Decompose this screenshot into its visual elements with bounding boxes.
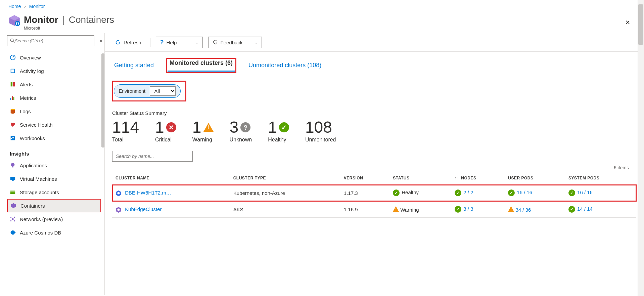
cluster-name-link[interactable]: DBE-HW6H1T2.m… [125,190,171,196]
svg-point-29 [14,217,15,218]
logs-icon [10,108,16,114]
help-label: Help [167,40,177,45]
workbook-icon [10,135,16,141]
col-status[interactable]: STATUS [389,172,451,185]
svg-rect-12 [11,82,12,87]
col-nodes[interactable]: ↑↓NODES [451,172,505,185]
refresh-label: Refresh [124,40,141,45]
sidebar-item-workbooks[interactable]: Workbooks [7,131,101,145]
sidebar-item-applications[interactable]: Applications [7,159,101,172]
metric-unmonitored[interactable]: 108 Unmonitored [305,119,336,143]
tab-getting-started[interactable]: Getting started [112,62,156,73]
cell-system-pods[interactable]: ✓14 / 14 [565,201,636,218]
cell-system-pods[interactable]: ✓16 / 16 [565,185,636,201]
close-icon[interactable]: ✕ [625,19,630,26]
sidebar-item-metrics[interactable]: Metrics [7,91,101,104]
cell-nodes[interactable]: ✓3 / 3 [451,201,505,218]
sidebar-group-insights: Insights [7,145,101,159]
metric-healthy[interactable]: 1✓ Healthy [268,119,289,143]
svg-rect-11 [11,70,14,73]
page-subtitle: Containers [69,14,114,25]
chevron-down-icon: ⌄ [255,40,258,45]
sidebar-item-cosmos-db[interactable]: Azure Cosmos DB [7,226,101,239]
sidebar-item-label: Storage accounts [20,189,59,195]
page-title: Monitor [24,14,58,25]
cell-nodes[interactable]: ✓2 / 2 [451,185,505,201]
help-dropdown[interactable]: ? Help ⌄ [156,37,203,48]
alerts-icon [10,81,16,87]
sidebar: « Overview Activity log Alerts Metrics L… [0,33,104,295]
sidebar-item-virtual-machines[interactable]: Virtual Machines [7,172,101,185]
cell-user-pods[interactable]: 34 / 36 [505,201,565,218]
title-separator: | [62,14,65,25]
sidebar-item-label: Containers [20,203,45,209]
metric-unmonitored-value: 108 [305,119,336,135]
svg-point-37 [117,208,120,211]
sidebar-item-containers[interactable]: Containers [7,199,101,212]
environment-select[interactable]: All [150,86,176,96]
sidebar-item-storage-accounts[interactable]: Storage accounts [7,185,101,199]
collapse-sidebar-icon[interactable]: « [100,38,102,43]
healthy-icon: ✓ [508,189,515,196]
sidebar-item-label: Applications [20,163,47,168]
sidebar-scrollbar[interactable] [101,50,104,295]
tab-unmonitored-clusters[interactable]: Unmonitored clusters (108) [246,62,323,73]
summary-title: Cluster Status Summary [105,101,644,117]
metric-unknown-label: Unknown [230,137,252,143]
heart-icon [10,122,16,128]
refresh-button[interactable]: Refresh [111,37,145,48]
sidebar-item-activity-log[interactable]: Activity log [7,64,101,78]
breadcrumb: Home › Monitor [0,0,644,12]
metric-critical-label: Critical [155,137,176,143]
healthy-icon: ✓ [568,206,575,213]
sort-ascending-icon: ↑↓ [455,176,459,180]
cell-user-pods[interactable]: ✓16 / 16 [505,185,565,201]
cluster-search-input[interactable] [112,151,193,162]
main-content: Refresh ? Help ⌄ Feedback ⌄ [104,33,644,295]
sidebar-item-alerts[interactable]: Alerts [7,78,101,91]
metric-unknown[interactable]: 3? Unknown [230,119,252,143]
col-version[interactable]: VERSION [340,172,389,185]
warning-icon [393,206,399,212]
table-row[interactable]: DBE-HW6H1T2.m… Kubernetes, non-Azure 1.1… [112,185,636,201]
sidebar-search[interactable] [7,35,94,46]
cell-version: 1.16.9 [340,201,389,218]
environment-filter[interactable]: Environment: All [114,84,181,98]
sidebar-item-networks[interactable]: Networks (preview) [7,212,101,226]
cell-version: 1.17.3 [340,185,389,201]
breadcrumb-home[interactable]: Home [8,4,21,9]
feedback-dropdown[interactable]: Feedback ⌄ [208,37,262,48]
heart-outline-icon [213,40,218,45]
metric-warning[interactable]: 1 Warning [192,119,214,143]
col-user-pods[interactable]: USER PODS [505,172,565,185]
metrics-icon [10,95,16,101]
cluster-name-link[interactable]: KubEdgeCluster [125,206,162,212]
table-row[interactable]: KubEdgeCluster AKS 1.16.9 Warning ✓3 / 3… [112,201,636,218]
col-cluster-name[interactable]: CLUSTER NAME [112,172,230,185]
sidebar-item-service-health[interactable]: Service Health [7,118,101,131]
breadcrumb-monitor[interactable]: Monitor [29,4,45,9]
tab-monitored-clusters[interactable]: Monitored clusters (6) [168,59,235,72]
page-scrollbar[interactable] [638,0,644,296]
svg-line-7 [13,41,14,43]
sidebar-item-label: Service Health [20,122,53,128]
svg-point-19 [11,163,15,167]
sidebar-item-logs[interactable]: Logs [7,104,101,118]
containers-icon [10,203,16,209]
warning-icon [508,206,514,212]
sidebar-item-label: Activity log [20,68,44,74]
bulb-icon [10,162,16,168]
org-label: Microsoft [24,26,114,31]
col-cluster-type[interactable]: CLUSTER TYPE [230,172,340,185]
col-system-pods[interactable]: SYSTEM PODS [565,172,636,185]
svg-rect-5 [17,24,18,25]
environment-label: Environment: [119,88,146,94]
metric-healthy-value: 1 [268,119,277,135]
storage-icon [10,189,16,195]
sidebar-item-overview[interactable]: Overview [7,51,101,64]
metric-critical[interactable]: 1✕ Critical [155,119,176,143]
sidebar-item-label: Alerts [20,82,33,87]
sidebar-search-input[interactable] [15,38,91,43]
svg-point-6 [10,39,13,42]
svg-rect-16 [13,97,14,100]
